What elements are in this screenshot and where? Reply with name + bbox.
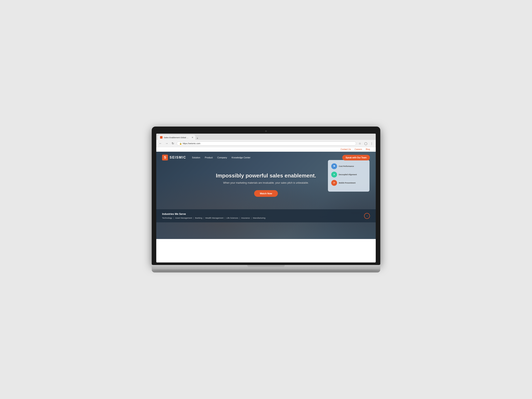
industry-wealth-management[interactable]: Wealth Management xyxy=(205,217,224,219)
new-tab-button[interactable]: + xyxy=(195,137,200,140)
tab-title: Sales Enablement Global Lea... xyxy=(164,136,190,139)
nav-knowledge-center[interactable]: Knowledge Center xyxy=(232,156,251,159)
bookmark-button[interactable]: ☆ xyxy=(357,141,362,146)
hero-subheadline: When your marketing materials are invalu… xyxy=(160,181,372,184)
industry-technology[interactable]: Technology xyxy=(162,217,172,219)
logo-icon: S xyxy=(162,155,168,160)
industries-next-arrow[interactable]: → xyxy=(364,213,370,219)
lock-icon: 🔒 xyxy=(179,142,182,145)
blog-link[interactable]: Blog xyxy=(366,148,370,151)
laptop-base xyxy=(152,265,380,270)
tab-close-icon[interactable]: ✕ xyxy=(192,136,193,139)
toolbar-actions: ☆ ◯ ⋮ xyxy=(357,141,374,146)
forward-button[interactable]: → xyxy=(164,141,169,146)
profile-button[interactable]: ◯ xyxy=(363,141,368,146)
utility-bar: Contact Us Careers Blog xyxy=(156,147,376,152)
logo-text: SEISMIC xyxy=(170,156,186,159)
contact-us-link[interactable]: Contact Us xyxy=(341,148,351,151)
industries-list: Technology | Asset Management | Banking … xyxy=(162,217,370,219)
menu-button[interactable]: ⋮ xyxy=(369,141,374,146)
nav-product[interactable]: Product xyxy=(205,156,213,159)
industry-insurance[interactable]: Insurance xyxy=(241,217,250,219)
browser-toolbar: ← → ↻ 🔒 https://seismic.com ☆ ◯ ⋮ xyxy=(156,140,376,147)
industries-title: Industries We Serve xyxy=(162,213,370,215)
careers-link[interactable]: Careers xyxy=(355,148,362,151)
industry-life-sciences[interactable]: Life Sciences xyxy=(227,217,238,219)
site-content: Contact Us Careers Blog ⚑ Cost Performan… xyxy=(156,147,376,239)
laptop-bottom xyxy=(152,270,380,272)
industry-asset-management[interactable]: Asset Management xyxy=(175,217,192,219)
logo[interactable]: S SEISMIC xyxy=(162,155,186,160)
speak-with-team-button[interactable]: Speak with Our Team xyxy=(342,155,370,160)
browser-chrome: Sales Enablement Global Lea... ✕ + ← → ↻… xyxy=(156,134,376,147)
camera xyxy=(265,130,267,132)
laptop-frame: Sales Enablement Global Lea... ✕ + ← → ↻… xyxy=(152,127,380,272)
site-navigation: S SEISMIC Solution Product Company Knowl… xyxy=(156,152,376,163)
trackpad-notch xyxy=(247,265,285,267)
industry-banking[interactable]: Banking xyxy=(195,217,202,219)
reload-button[interactable]: ↻ xyxy=(171,141,175,146)
nav-links: Solution Product Company Knowledge Cente… xyxy=(192,156,336,159)
tab-favicon xyxy=(160,136,163,139)
watch-now-button[interactable]: Watch Now xyxy=(254,190,278,197)
hero-headline: Impossibly powerful sales enablement. xyxy=(160,172,372,179)
laptop-screen: Sales Enablement Global Lea... ✕ + ← → ↻… xyxy=(156,134,376,262)
browser-tabs: Sales Enablement Global Lea... ✕ + xyxy=(156,134,376,140)
nav-company[interactable]: Company xyxy=(217,156,227,159)
industries-bar: Industries We Serve Technology | Asset M… xyxy=(156,209,376,222)
screen-bezel: Sales Enablement Global Lea... ✕ + ← → ↻… xyxy=(152,127,380,265)
industry-manufacturing[interactable]: Manufacturing xyxy=(253,217,265,219)
hero-section: ⚑ Cost Performance ✕ Decoupled Alignment xyxy=(156,152,376,239)
nav-solution[interactable]: Solution xyxy=(192,156,200,159)
address-bar[interactable]: 🔒 https://seismic.com xyxy=(177,141,356,146)
url-text: https://seismic.com xyxy=(183,142,200,145)
active-tab[interactable]: Sales Enablement Global Lea... ✕ xyxy=(158,135,195,140)
back-button[interactable]: ← xyxy=(158,141,163,146)
